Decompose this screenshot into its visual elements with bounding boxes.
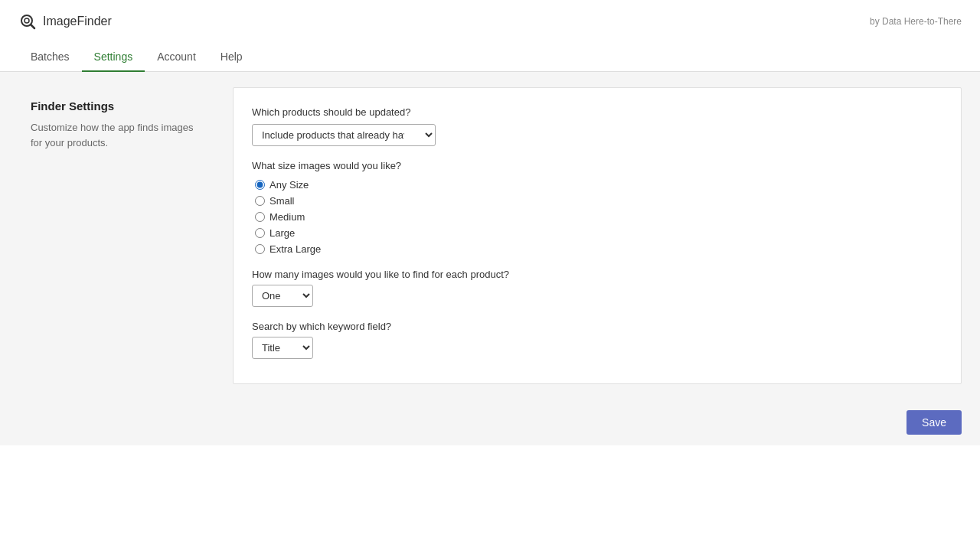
nav-bar: Batches Settings Account Help (0, 43, 980, 72)
keyword-select[interactable]: Title Description Tags (252, 337, 313, 359)
radio-large[interactable]: Large (255, 227, 942, 239)
quantity-section: How many images would you like to find f… (252, 269, 942, 307)
main-content: Finder Settings Customize how the app fi… (0, 72, 980, 399)
image-size-label: What size images would you like? (252, 160, 942, 171)
image-size-radio-group: Any Size Small Medium Large Extra Large (255, 179, 942, 255)
settings-panel: Which products should be updated? Includ… (233, 87, 962, 384)
image-size-section: What size images would you like? Any Siz… (252, 160, 942, 255)
nav-item-batches[interactable]: Batches (18, 43, 82, 72)
radio-extra-large[interactable]: Extra Large (255, 243, 942, 255)
nav-item-settings[interactable]: Settings (82, 43, 145, 72)
radio-label-any-size: Any Size (270, 179, 309, 191)
app-header: ImageFinder by Data Here-to-There (0, 0, 980, 43)
svg-line-1 (31, 24, 34, 28)
radio-any-size[interactable]: Any Size (255, 179, 942, 191)
logo-icon (18, 12, 37, 31)
keyword-label: Search by which keyword field? (252, 321, 942, 332)
radio-input-large[interactable] (255, 228, 265, 238)
radio-label-large: Large (270, 227, 295, 239)
radio-small[interactable]: Small (255, 195, 942, 207)
radio-label-small: Small (270, 195, 295, 207)
radio-input-small[interactable] (255, 196, 265, 206)
quantity-select[interactable]: One Two Three Four Five (252, 285, 313, 307)
products-label: Which products should be updated? (252, 106, 942, 118)
sidebar-description: Customize how the app finds images for y… (31, 120, 205, 150)
quantity-label: How many images would you like to find f… (252, 269, 942, 280)
radio-input-any-size[interactable] (255, 180, 265, 190)
keyword-section: Search by which keyword field? Title Des… (252, 321, 942, 359)
sidebar-panel: Finder Settings Customize how the app fi… (18, 87, 217, 384)
radio-medium[interactable]: Medium (255, 211, 942, 223)
save-button[interactable]: Save (906, 410, 962, 435)
svg-point-2 (24, 18, 29, 23)
radio-label-medium: Medium (270, 211, 305, 223)
sidebar-title: Finder Settings (31, 99, 205, 112)
footer-bar: Save (0, 399, 980, 445)
nav-item-account[interactable]: Account (145, 43, 208, 72)
header-byline: by Data Here-to-There (870, 16, 962, 27)
products-select[interactable]: Include products that already have image… (252, 124, 436, 146)
nav-item-help[interactable]: Help (208, 43, 255, 72)
radio-input-extra-large[interactable] (255, 244, 265, 254)
radio-input-medium[interactable] (255, 212, 265, 222)
radio-label-extra-large: Extra Large (270, 243, 321, 255)
logo-text: ImageFinder (43, 15, 112, 28)
app-logo: ImageFinder (18, 12, 112, 31)
